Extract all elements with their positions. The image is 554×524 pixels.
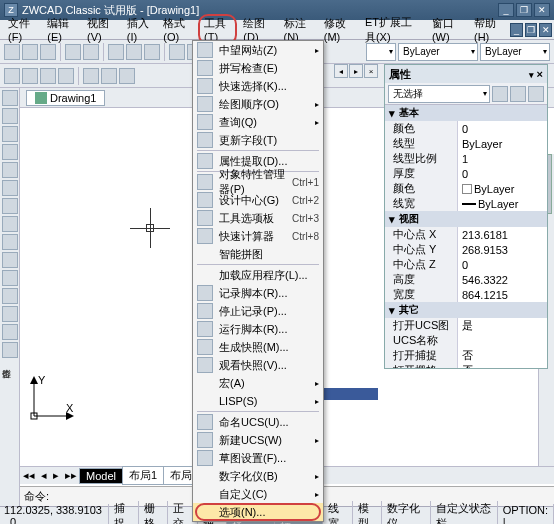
- point-icon[interactable]: [2, 288, 18, 304]
- prop-row[interactable]: 打开UCS图标:是: [385, 318, 547, 333]
- menu-item-19[interactable]: 生成快照(M)...: [193, 338, 323, 356]
- nav-left-icon[interactable]: ◂: [334, 64, 348, 78]
- menu-item-9[interactable]: 对象特性管理器(P)Ctrl+1: [193, 173, 323, 191]
- menu-item-21[interactable]: 宏(A)▸: [193, 374, 323, 392]
- prop-row[interactable]: 中心点 Y268.9153: [385, 242, 547, 257]
- menu-item-20[interactable]: 观看快照(V)...: [193, 356, 323, 374]
- menu-item-26[interactable]: 草图设置(F)...: [193, 449, 323, 467]
- preview-icon[interactable]: [83, 44, 99, 60]
- menu-item-3[interactable]: 绘图顺序(O)▸: [193, 95, 323, 113]
- menu-1[interactable]: 编辑(E): [41, 14, 81, 45]
- sheet-nav[interactable]: ▸▸: [62, 469, 80, 482]
- panel-pin-icon[interactable]: ▾: [529, 70, 534, 80]
- menu-item-13[interactable]: 智能拼图: [193, 245, 323, 263]
- print-icon[interactable]: [65, 44, 81, 60]
- panel-close-icon[interactable]: ×: [537, 68, 543, 80]
- prop-group[interactable]: ▾视图: [385, 211, 547, 227]
- tool-c-icon[interactable]: [40, 68, 56, 84]
- menu-item-29[interactable]: 选项(N)...: [193, 503, 323, 521]
- line-icon[interactable]: [2, 90, 18, 106]
- menu-item-15[interactable]: 加载应用程序(L)...: [193, 266, 323, 284]
- sheet-nav[interactable]: ◂: [38, 469, 50, 482]
- sheet-nav[interactable]: ▸: [50, 469, 62, 482]
- prop-row[interactable]: 中心点 X213.6181: [385, 227, 547, 242]
- hatch-icon[interactable]: [2, 216, 18, 232]
- prop-row[interactable]: 宽度864.1215: [385, 287, 547, 302]
- prop-row[interactable]: 颜色ByLayer: [385, 181, 547, 196]
- menu-2[interactable]: 视图(V): [81, 14, 121, 45]
- polygon-icon[interactable]: [2, 198, 18, 214]
- menu-item-11[interactable]: 工具选项板Ctrl+3: [193, 209, 323, 227]
- menu-item-27[interactable]: 数字化仪(B)▸: [193, 467, 323, 485]
- block-icon[interactable]: [2, 270, 18, 286]
- menu-item-4[interactable]: 查询(Q)▸: [193, 113, 323, 131]
- prop-row[interactable]: 打开栅格否: [385, 363, 547, 368]
- prop-tool2-icon[interactable]: [510, 86, 526, 102]
- menu-item-25[interactable]: 新建UCS(W)▸: [193, 431, 323, 449]
- menu-item-0[interactable]: 中望网站(Z)▸: [193, 41, 323, 59]
- ellipse-icon[interactable]: [2, 180, 18, 196]
- menu-item-5[interactable]: 更新字段(T): [193, 131, 323, 149]
- menu-item-17[interactable]: 停止记录(P)...: [193, 302, 323, 320]
- open-icon[interactable]: [22, 44, 38, 60]
- tool-e-icon[interactable]: [83, 68, 99, 84]
- status-toggle[interactable]: 线宽: [323, 501, 352, 525]
- menu-item-18[interactable]: 运行脚本(R)...: [193, 320, 323, 338]
- bylayer-combo-2[interactable]: ByLayer: [480, 43, 550, 61]
- menu-item-16[interactable]: 记录脚本(R)...: [193, 284, 323, 302]
- tool-a-icon[interactable]: [4, 68, 20, 84]
- menu-item-24[interactable]: 命名UCS(U)...: [193, 413, 323, 431]
- copy-icon[interactable]: [126, 44, 142, 60]
- menu-item-2[interactable]: 快速选择(K)...: [193, 77, 323, 95]
- tool-b-icon[interactable]: [22, 68, 38, 84]
- menu-item-10[interactable]: 设计中心(G)Ctrl+2: [193, 191, 323, 209]
- tool-d-icon[interactable]: [58, 68, 74, 84]
- status-right-item[interactable]: 自定义状态栏: [431, 501, 498, 525]
- nav-right-icon[interactable]: ▸: [349, 64, 363, 78]
- prop-tool3-icon[interactable]: [528, 86, 544, 102]
- status-right-item[interactable]: OPTION: |: [498, 504, 554, 525]
- prop-row[interactable]: UCS名称: [385, 333, 547, 348]
- menu-10[interactable]: 窗口(W): [426, 14, 468, 45]
- doc-win-btn[interactable]: ✕: [539, 23, 552, 37]
- document-tab[interactable]: Drawing1: [26, 90, 105, 106]
- doc-win-btn[interactable]: ❐: [525, 23, 538, 37]
- arc-icon[interactable]: [2, 144, 18, 160]
- restore-button[interactable]: ❐: [516, 3, 532, 17]
- close-button[interactable]: ✕: [534, 3, 550, 17]
- menu-item-1[interactable]: 拼写检查(E): [193, 59, 323, 77]
- prop-row[interactable]: 打开捕捉否: [385, 348, 547, 363]
- undo-icon[interactable]: [169, 44, 185, 60]
- dim-icon[interactable]: [2, 252, 18, 268]
- tool-f-icon[interactable]: [101, 68, 117, 84]
- prop-row[interactable]: 高度546.3322: [385, 272, 547, 287]
- menu-3[interactable]: 插入(I): [121, 14, 158, 45]
- menu-9[interactable]: ET扩展工具(X): [359, 13, 426, 47]
- menu-11[interactable]: 帮助(H): [468, 14, 508, 45]
- bylayer-combo-1[interactable]: ByLayer: [398, 43, 478, 61]
- table-icon[interactable]: [2, 342, 18, 358]
- status-toggle[interactable]: 栅格: [139, 501, 168, 525]
- prop-row[interactable]: 线型ByLayer: [385, 136, 547, 151]
- prop-group[interactable]: ▾基本: [385, 105, 547, 121]
- status-right-item[interactable]: 数字化仪: [382, 501, 430, 525]
- new-icon[interactable]: [4, 44, 20, 60]
- rect-icon[interactable]: [2, 162, 18, 178]
- sheet-tab[interactable]: 布局1: [122, 466, 164, 485]
- text-icon[interactable]: [2, 234, 18, 250]
- prop-row[interactable]: 线宽ByLayer: [385, 196, 547, 211]
- prop-group[interactable]: ▾其它: [385, 302, 547, 318]
- polyline-icon[interactable]: [2, 108, 18, 124]
- sheet-tab-model[interactable]: Model: [79, 468, 123, 484]
- save-icon[interactable]: [40, 44, 56, 60]
- cut-icon[interactable]: [108, 44, 124, 60]
- paste-icon[interactable]: [144, 44, 160, 60]
- doc-win-btn[interactable]: _: [510, 23, 523, 37]
- nav-close-icon[interactable]: ×: [364, 64, 378, 78]
- sheet-nav[interactable]: ◂◂: [20, 469, 38, 482]
- menu-item-28[interactable]: 自定义(C)▸: [193, 485, 323, 503]
- prop-row[interactable]: 厚度0: [385, 166, 547, 181]
- prop-tool1-icon[interactable]: [492, 86, 508, 102]
- region-icon[interactable]: [2, 324, 18, 340]
- menu-item-12[interactable]: 快速计算器Ctrl+8: [193, 227, 323, 245]
